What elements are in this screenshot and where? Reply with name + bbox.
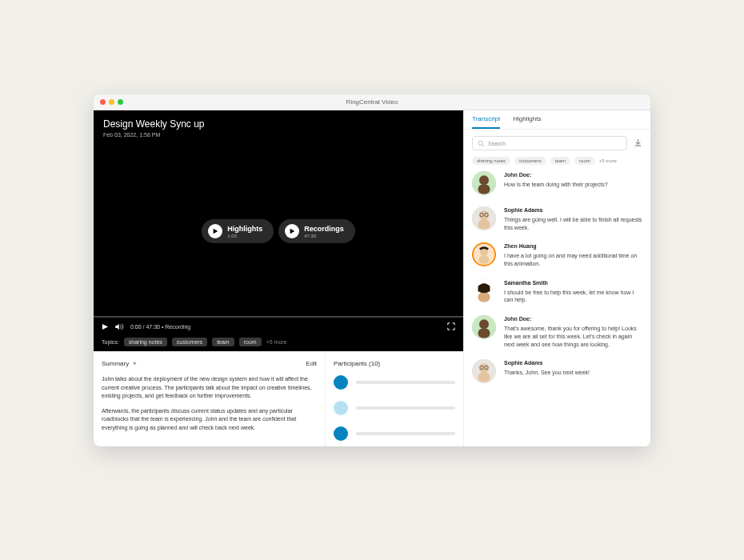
speaker-name: Samantha Smith [504,279,642,287]
play-icon [208,224,222,238]
window-title: RingCentral Video [94,98,650,106]
summary-title: Summary [102,360,129,367]
participant-avatar [334,401,348,415]
transcript-tag[interactable]: team [550,157,570,165]
svg-point-24 [479,364,489,374]
speaker-message: I have a lot going on and may need addit… [504,252,642,268]
titlebar: RingCentral Video [94,94,650,110]
participant-bar [356,381,455,384]
transcript-entry[interactable]: John Doe: That's awesome, thank you for … [472,315,642,348]
svg-marker-3 [115,323,119,330]
edit-summary-button[interactable]: Edit [306,360,317,367]
participant-avatar [334,375,348,390]
video-controls: 0:00 / 47:30 • Recording [102,322,455,330]
search-input[interactable]: Search [472,136,627,150]
speaker-avatar [472,171,496,195]
speaker-name: John Doe: [504,171,608,179]
svg-rect-19 [478,292,490,302]
side-tabs: Transcript Highlights [464,110,650,130]
svg-rect-22 [478,329,490,338]
summary-paragraph: Afterwards, the participants discuss cur… [102,407,317,433]
meeting-title: Design Weekly Sync up [103,118,454,130]
summary-body: John talks about the deployment of the n… [102,375,317,438]
recordings-chip[interactable]: Recordings 47:30 [278,219,355,243]
topics-label: Topics: [102,339,119,345]
topic-tag[interactable]: customers [172,338,207,346]
main-pane: Design Weekly Sync up Feb 03, 2022, 1:58… [94,110,463,446]
app-window: RingCentral Video Design Weekly Sync up … [94,94,650,446]
transcript-entry[interactable]: Samantha Smith I should be free to help … [472,279,642,304]
transcript-tags-more[interactable]: +5 more [599,158,617,163]
summary-pane: Summary ✦ Edit John talks about the depl… [94,352,326,446]
svg-rect-8 [478,185,490,194]
speaker-message: How is the team doing with their project… [504,181,608,189]
svg-rect-25 [478,373,490,382]
svg-point-21 [479,319,489,329]
transcript-entry[interactable]: John Doe: How is the team doing with the… [472,171,642,195]
transcript-entry[interactable]: Sophie Adams Thanks, John. See you next … [472,359,642,383]
speaker-name: John Doe: [504,315,642,323]
video-player[interactable]: Design Weekly Sync up Feb 03, 2022, 1:58… [94,110,463,351]
participants-pane: Participants (10) [326,352,463,446]
transcript-list[interactable]: John Doe: How is the team doing with the… [464,171,650,446]
participant-row[interactable] [334,375,455,390]
sparkle-icon: ✦ [132,360,138,367]
tab-highlights[interactable]: Highlights [513,115,541,129]
search-placeholder: Search [488,141,506,146]
svg-rect-11 [478,220,490,230]
side-panel: Transcript Highlights Search sharing not… [463,110,650,446]
svg-marker-0 [214,229,218,234]
highlights-chip-label: Highlights [227,225,262,233]
speaker-avatar [472,315,496,339]
transcript-tag[interactable]: room [574,157,595,165]
speaker-name: Zhen Huang [504,242,642,250]
transcript-entry[interactable]: Zhen Huang I have a lot going on and may… [472,242,642,267]
speaker-message: Things are going well. I will be able to… [504,216,642,232]
speaker-name: Sophie Adams [504,359,590,367]
participants-title: Participants (10) [334,360,455,367]
speaker-message: I should be free to help this week, let … [504,289,642,305]
search-icon [478,140,485,147]
topics-row: Topics: sharing notes customers team roo… [102,338,287,346]
topics-more[interactable]: +5 more [266,339,287,345]
svg-marker-1 [290,229,295,234]
tab-transcript[interactable]: Transcript [472,115,500,129]
play-icon [285,224,299,238]
svg-point-7 [479,175,489,185]
topic-tag[interactable]: sharing notes [124,338,167,346]
transcript-tag[interactable]: sharing notes [472,157,510,165]
summary-paragraph: John talks about the deployment of the n… [102,375,317,401]
fullscreen-button[interactable] [447,322,455,330]
topic-tag[interactable]: team [212,338,234,346]
volume-button[interactable] [115,323,124,330]
play-button[interactable] [102,323,109,330]
speaker-avatar [472,279,496,303]
recordings-chip-label: Recordings [304,225,344,233]
transcript-tag[interactable]: customers [514,157,546,165]
participant-avatar [334,426,348,441]
video-progress-bar[interactable] [94,316,463,318]
speaker-message: That's awesome, thank you for offering t… [504,325,642,348]
highlights-chip-time: 1:03 [227,234,262,238]
speaker-name: Sophie Adams [504,206,642,214]
svg-point-4 [478,141,482,145]
participant-row[interactable] [334,426,455,441]
speaker-avatar [472,359,496,383]
svg-line-5 [482,145,484,146]
video-time: 0:00 / 47:30 • Recording [130,324,190,330]
recordings-chip-time: 47:30 [304,234,344,238]
svg-rect-16 [479,256,490,264]
speaker-avatar [472,206,496,230]
topic-tag[interactable]: room [239,338,262,346]
meeting-date: Feb 03, 2022, 1:58 PM [103,132,454,138]
participant-row[interactable] [334,401,455,415]
speaker-message: Thanks, John. See you next week! [504,369,590,377]
transcript-tags: sharing notes customers team room +5 mor… [464,157,650,171]
participant-bar [356,432,455,435]
download-button[interactable] [634,136,642,150]
svg-point-10 [479,210,489,220]
highlights-chip[interactable]: Highlights 1:03 [202,219,274,243]
transcript-entry[interactable]: Sophie Adams Things are going well. I wi… [472,206,642,231]
svg-marker-2 [102,323,108,329]
speaker-avatar [472,242,496,266]
